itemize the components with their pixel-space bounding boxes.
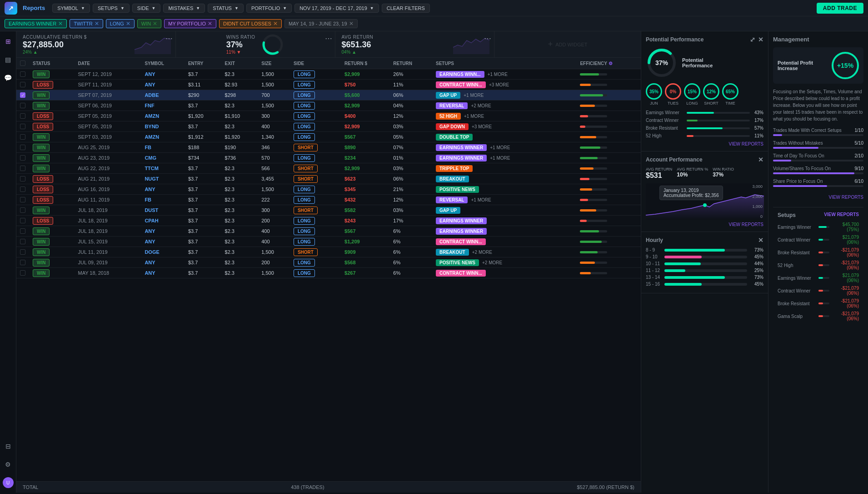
table-row[interactable]: LOSS AUG 21, 2019 NUGT $3.7 $2.3 3,455 S…	[16, 174, 641, 184]
row-setup[interactable]: EARNINGS WINN... +1 MORE	[432, 69, 564, 80]
add-widget-card[interactable]: + ADD WIDGET	[494, 31, 641, 57]
row-checkbox[interactable]	[20, 239, 25, 244]
table-row[interactable]: WIN JUL 09, 2019 ANY $3.7 $2.3 200 LONG …	[16, 257, 641, 268]
row-symbol[interactable]: NUGT	[141, 174, 185, 184]
table-row[interactable]: WIN AUG 23, 2019 CMG $734 $736 570 LONG …	[16, 153, 641, 163]
acc-return-menu[interactable]: ⋯	[165, 34, 173, 43]
table-row[interactable]: LOSS JUL 18, 2019 CPAH $3.7 $2.3 200 LON…	[16, 216, 641, 226]
setup-tag[interactable]: DOUBLE TOP	[436, 134, 473, 141]
filter-tag-losses[interactable]: DIDNT CUT LOSSES ✕	[219, 19, 282, 28]
row-setup[interactable]: CONTRACT WINN...	[432, 268, 564, 278]
more-setups[interactable]: +1 MORE	[490, 156, 510, 161]
remove-filter-win[interactable]: ✕	[153, 20, 157, 27]
row-symbol[interactable]: AMZN	[141, 111, 185, 121]
trade-table-container[interactable]: STATUS DATE SYMBOL ENTRY EXIT SIZE SIDE …	[16, 58, 641, 481]
row-symbol[interactable]: TTCM	[141, 163, 185, 174]
table-row[interactable]: WIN AUG 22, 2019 TTCM $3.7 $2.3 566 SHOR…	[16, 163, 641, 174]
setup-tag[interactable]: CONTRACT WINN...	[436, 81, 486, 88]
setups-filter-btn[interactable]: SETUPS ▼	[93, 4, 130, 13]
row-setup[interactable]: POSITIVE NEWS +2 MORE	[432, 257, 564, 268]
portfolio-filter-btn[interactable]: PORTFOLIO ▼	[246, 4, 292, 13]
more-setups[interactable]: +2 MORE	[482, 260, 502, 265]
row-setup[interactable]: POSITIVE NEWS	[432, 184, 564, 195]
more-setups[interactable]: +3 MORE	[489, 82, 509, 87]
row-setup[interactable]: DOUBLE TOP	[432, 132, 564, 142]
setup-tag[interactable]: 52 HIGH	[436, 113, 461, 120]
row-setup[interactable]: REVERSAL +1 MORE	[432, 195, 564, 205]
sidebar-home-icon[interactable]: ⊞	[3, 36, 14, 47]
logo-icon[interactable]: ↗	[5, 2, 17, 15]
row-checkbox[interactable]	[20, 197, 25, 202]
table-row[interactable]: LOSS AUG 11, 2019 FB $3.7 $2.3 222 LONG …	[16, 195, 641, 205]
row-symbol[interactable]: DUST	[141, 205, 185, 216]
filter-tag-date[interactable]: MAY 14, 19 - JUNE 23, 19 ✕	[284, 19, 358, 28]
setup-tag[interactable]: POSITIVE NEWS	[436, 259, 479, 266]
status-filter-btn[interactable]: STATUS ▼	[208, 4, 244, 13]
setup-tag[interactable]: TRIPPLE TOP	[436, 165, 473, 172]
row-symbol[interactable]: ANY	[141, 184, 185, 195]
row-setup[interactable]: BREAKOUT	[432, 174, 564, 184]
row-symbol[interactable]: ANY	[141, 80, 185, 90]
more-setups[interactable]: +1 MORE	[490, 145, 510, 150]
row-symbol[interactable]: ANY	[141, 226, 185, 237]
filter-tag-twittr[interactable]: TWITTR ✕	[70, 19, 103, 28]
table-row[interactable]: WIN JUL 11, 2019 DOGE $3.7 $2.3 1,500 SH…	[16, 247, 641, 257]
row-symbol[interactable]: ANY	[141, 237, 185, 247]
row-symbol[interactable]: CPAH	[141, 216, 185, 226]
setup-tag[interactable]: REVERSAL	[436, 102, 468, 109]
more-setups[interactable]: +1 MORE	[464, 114, 484, 119]
filter-tag-portfolio[interactable]: MY PORTFOLIO ✕	[164, 19, 216, 28]
row-checkbox[interactable]	[20, 134, 25, 140]
row-setup[interactable]: REVERSAL +2 MORE	[432, 101, 564, 111]
row-symbol[interactable]: AMZN	[141, 132, 185, 142]
clear-filters-btn[interactable]: CLEAR FILTERS	[382, 4, 430, 13]
row-checkbox[interactable]	[20, 249, 25, 255]
row-setup[interactable]: GAP UP +1 MORE	[432, 90, 564, 101]
sidebar-user-icon[interactable]: U	[3, 477, 14, 488]
row-symbol[interactable]: BYND	[141, 121, 185, 132]
table-row[interactable]: WIN JUL 18, 2019 DUST $3.7 $2.3 300 SHOR…	[16, 205, 641, 216]
more-setups[interactable]: +3 MORE	[472, 124, 492, 129]
row-checkbox[interactable]	[20, 124, 25, 129]
row-checkbox[interactable]	[20, 166, 25, 171]
date-range-btn[interactable]: NOV 17, 2019 - DEC 17, 2019 ▼	[294, 4, 379, 13]
table-row[interactable]: WIN SEPT 12, 2019 ANY $3.7 $2.3 1,500 LO…	[16, 69, 641, 80]
row-checkbox[interactable]	[20, 155, 25, 161]
row-checkbox[interactable]: ✓	[20, 92, 25, 98]
row-checkbox[interactable]	[20, 270, 25, 276]
row-setup[interactable]: 52 HIGH +1 MORE	[432, 111, 564, 121]
setup-tag[interactable]: BREAKOUT	[436, 176, 469, 182]
table-row[interactable]: WIN JUL 18, 2019 ANY $3.7 $2.3 400 LONG …	[16, 226, 641, 237]
row-checkbox[interactable]	[20, 71, 25, 77]
setups-view-reports[interactable]: VIEW REPORTS	[824, 212, 859, 218]
setup-tag[interactable]: EARNINGS WINNER	[436, 217, 487, 224]
remove-filter-twittr[interactable]: ✕	[95, 20, 99, 27]
row-checkbox[interactable]	[20, 176, 25, 181]
setup-tag[interactable]: POSITIVE NEWS	[436, 186, 479, 193]
account-perf-close[interactable]: ✕	[758, 156, 763, 163]
add-trade-button[interactable]: ADD TRADE	[817, 3, 863, 14]
row-checkbox[interactable]	[20, 113, 25, 119]
row-symbol[interactable]: CMG	[141, 153, 185, 163]
account-perf-view-reports[interactable]: VIEW REPORTS	[729, 222, 764, 227]
table-row[interactable]: WIN SEPT 03, 2019 AMZN $1,912 $1,920 1,3…	[16, 132, 641, 142]
management-view-reports[interactable]: VIEW REPORTS	[829, 195, 864, 200]
setup-tag[interactable]: GAP UP	[436, 92, 460, 99]
setup-tag[interactable]: CONTRACT WINN...	[436, 238, 486, 245]
more-setups[interactable]: +1 MORE	[488, 72, 508, 77]
table-row[interactable]: LOSS SEPT 05, 2019 BYND $3.7 $2.3 400 LO…	[16, 121, 641, 132]
table-row[interactable]: WIN AUG 25, 2019 FB $188 $190 346 SHORT …	[16, 142, 641, 153]
avg-return-menu[interactable]: ⋯	[484, 34, 491, 43]
side-filter-btn[interactable]: SIDE ▼	[132, 4, 161, 13]
row-symbol[interactable]: FB	[141, 195, 185, 205]
remove-filter-long[interactable]: ✕	[126, 20, 130, 27]
table-row[interactable]: LOSS SEPT 11, 2019 ANY $3.11 $2.93 1,500…	[16, 80, 641, 90]
table-row[interactable]: WIN SEPT 06, 2019 FNF $3.7 $2.3 1,500 LO…	[16, 101, 641, 111]
row-setup[interactable]: EARNINGS WINNER +1 MORE	[432, 142, 564, 153]
row-checkbox[interactable]	[20, 103, 25, 108]
row-setup[interactable]: GAP UP	[432, 205, 564, 216]
wins-ratio-menu[interactable]: ⋯	[325, 34, 332, 43]
row-setup[interactable]: TRIPPLE TOP	[432, 163, 564, 174]
setup-tag[interactable]: EARNINGS WINNER	[436, 228, 487, 235]
more-setups[interactable]: +2 MORE	[472, 250, 492, 255]
